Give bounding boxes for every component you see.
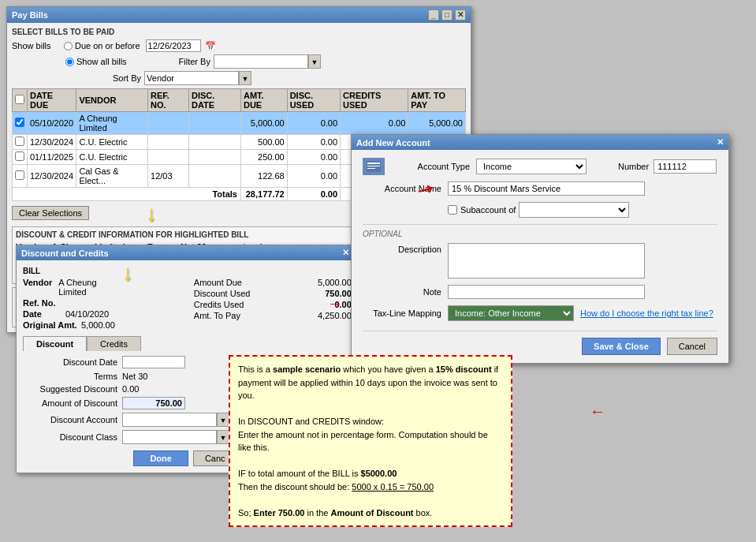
tax-line-help-link[interactable]: How do I choose the right tax line? [580,308,713,318]
annotation-intro: This is a [238,364,273,374]
annotation-bold4: Enter 750.00 [254,508,305,518]
save-close-button[interactable]: Save & Close [582,338,661,355]
account-type-row: Account Type Income Number [363,158,717,175]
totals-amt-due: 28,177.72 [240,188,287,201]
svg-rect-3 [367,168,375,169]
svg-rect-2 [367,166,380,166]
account-number-input[interactable] [654,159,717,174]
amount-of-discount-input[interactable] [122,397,185,409]
due-date-input[interactable] [146,39,201,52]
dialog-vendor-value: A Cheung Limited [58,278,115,297]
discount-account-input[interactable] [122,413,217,427]
row-checkbox[interactable] [15,151,24,161]
dialog-ref-label: Ref. No. [23,298,62,308]
annotation-bold3: $5000.00 [361,469,397,478]
account-type-icon [363,158,385,175]
discount-date-input[interactable] [122,356,185,368]
discount-class-arrow[interactable]: ▼ [217,430,229,444]
dialog-date-value: 04/10/2020 [65,309,109,319]
row-vendor: A Cheung Limited [76,112,148,135]
row-date-due: 12/30/2024 [28,165,76,188]
red-arrow-1: → [327,294,343,312]
account-type-dropdown-container: Income [476,159,587,174]
row-checkbox[interactable] [15,136,24,146]
terms-field-value: Net 30 [122,372,147,381]
table-row[interactable]: 05/10/2020 A Cheung Limited 5,000.00 0.0… [13,112,466,135]
dialog-vendor-label: Vendor [23,278,55,297]
amt-to-pay-label: Amt. To Pay [194,311,240,320]
dialog-orig-amt-label: Original Amt. [23,320,78,330]
calendar-icon[interactable]: 📅 [205,41,216,51]
row-checkbox[interactable] [15,170,24,180]
add-new-account-dialog: Add New Account ✕ Account Type Income Nu… [351,134,729,364]
select-all-checkbox[interactable] [15,95,24,104]
description-label: Description [363,245,441,254]
pay-bills-titlebar: Pay Bills _ □ ✕ [7,7,471,23]
arrow-down-2: ↓ [122,260,133,286]
add-account-close-button[interactable]: ✕ [717,137,724,148]
red-arrow-3: ← [590,402,605,421]
svg-rect-1 [367,163,380,164]
account-name-input[interactable] [448,181,645,196]
suggested-discount-value: 0.00 [122,384,139,394]
clear-selections-button[interactable]: Clear Selections [12,206,89,220]
row-vendor: Cal Gas & Elect... [76,165,148,188]
account-type-select[interactable]: Income [476,159,587,174]
cancel-aa-button[interactable]: Cancel [667,338,717,355]
add-account-titlebar: Add New Account ✕ [352,135,728,150]
discount-dialog-title: Discount and Credits [21,249,109,258]
filter-by-input[interactable] [214,54,308,69]
amount-due-value: 5,000.00 [318,278,352,287]
sort-by-arrow[interactable]: ▼ [239,71,251,85]
row-disc-date [189,112,241,135]
subaccount-select[interactable] [519,202,629,218]
row-amt-due: 122.68 [240,165,287,188]
tab-credits[interactable]: Credits [87,336,141,351]
row-credits-used: 0.00 [341,112,408,135]
sort-by-input[interactable] [144,71,239,85]
account-type-label: Account Type [391,162,470,171]
description-input[interactable] [448,243,645,278]
discount-close-button[interactable]: ✕ [342,248,349,258]
totals-disc-used: 0.00 [287,188,340,201]
note-input[interactable] [448,285,645,299]
row-disc-date [189,150,241,165]
discount-class-input[interactable] [122,430,217,444]
tab-discount[interactable]: Discount [23,336,87,351]
discount-account-arrow[interactable]: ▼ [217,413,229,427]
tax-line-row: Tax-Line Mapping Income: Other Income Ho… [363,305,717,321]
annotation-box: This is a sample scenario which you have… [229,355,512,527]
filter-by-arrow[interactable]: ▼ [308,54,321,69]
tax-line-select[interactable]: Income: Other Income [448,305,574,321]
annotation-line4: In DISCOUNT and CREDITS window: [238,417,384,426]
pay-bills-title: Pay Bills [12,10,48,20]
col-disc-date: DISC. DATE [189,89,241,112]
row-amt-due: 5,000.00 [240,112,287,135]
close-button[interactable]: ✕ [455,9,466,21]
totals-label: Totals [13,188,241,201]
due-on-before-label: Due on or before [75,41,140,50]
select-bills-label: SELECT BILLS TO BE PAID [12,28,466,36]
subaccount-label: Subaccount of [460,205,516,215]
dialog-date-label: Date [23,309,62,319]
discount-class-label: Discount Class [23,432,117,442]
row-checkbox[interactable] [15,118,24,127]
note-row: Note [363,285,717,299]
dialog-orig-amt-value: 5,000.00 [81,320,115,330]
maximize-button[interactable]: □ [441,9,452,21]
arrow-down-1: ↓ [146,201,157,226]
suggested-discount-label: Suggested Discount [23,384,117,394]
annotation-line5: Enter the amount not in percentage form.… [238,430,488,453]
minimize-button[interactable]: _ [428,9,439,21]
subaccount-checkbox[interactable] [448,205,457,215]
done-button[interactable]: Done [133,450,188,466]
row-date-due: 05/10/2020 [28,112,76,135]
row-disc-used: 0.00 [287,165,340,188]
show-all-label: Show all bills [76,57,127,66]
show-all-radio[interactable] [65,58,74,66]
col-vendor: VENDOR [76,89,148,112]
note-label: Note [363,287,441,297]
tax-line-dropdown-container: Income: Other Income [448,305,574,321]
row-vendor: C.U. Electric [76,150,148,165]
due-on-before-radio[interactable] [64,42,73,50]
